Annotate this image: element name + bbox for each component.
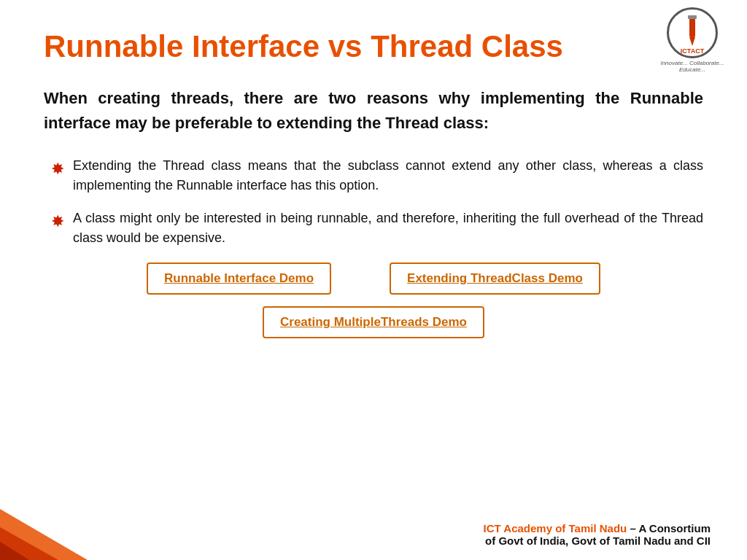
svg-rect-2 [688,15,697,19]
intro-paragraph: When creating threads, there are two rea… [44,86,703,136]
logo-circle: ICTACT [667,7,718,58]
bullet-text-1: Extending the Thread class means that th… [73,156,703,195]
svg-marker-1 [689,37,695,46]
footer-rest-text: – A Consortium [627,522,711,534]
footer-line1: ICT Academy of Tamil Nadu – A Consortium [484,522,711,534]
bullet-item-2: ✸ A class might only be interested in be… [51,209,703,248]
svg-rect-0 [689,17,695,37]
demo-buttons-row: Runnable Interface Demo Extending Thread… [44,262,703,295]
slide: ICTACT Innovate... Collaborate... Educat… [0,0,747,560]
footer-orange-text: ICT Academy of Tamil Nadu [484,522,627,534]
slide-title: Runnable Interface vs Thread Class [44,29,703,64]
logo-area: ICTACT Innovate... Collaborate... Educat… [652,7,732,73]
bullet-star-2: ✸ [51,209,64,233]
svg-text:ICTACT: ICTACT [681,47,705,55]
extending-threadclass-demo-button[interactable]: Extending ThreadClass Demo [390,262,600,295]
bullet-star-1: ✸ [51,157,64,181]
footer: ICT Academy of Tamil Nadu – A Consortium… [484,522,711,547]
bullet-list: ✸ Extending the Thread class means that … [44,156,703,248]
logo-tagline: Innovate... Collaborate... Educate... [652,60,732,73]
bullet-text-2: A class might only be interested in bein… [73,209,703,248]
decorative-triangles [0,487,160,560]
demo-button-center-row: Creating MultipleThreads Demo [44,306,703,338]
creating-multiplethreads-demo-button[interactable]: Creating MultipleThreads Demo [263,306,484,338]
runnable-interface-demo-button[interactable]: Runnable Interface Demo [147,262,331,295]
footer-line2: of Govt of India, Govt of Tamil Nadu and… [484,534,711,547]
bullet-item-1: ✸ Extending the Thread class means that … [51,156,703,195]
